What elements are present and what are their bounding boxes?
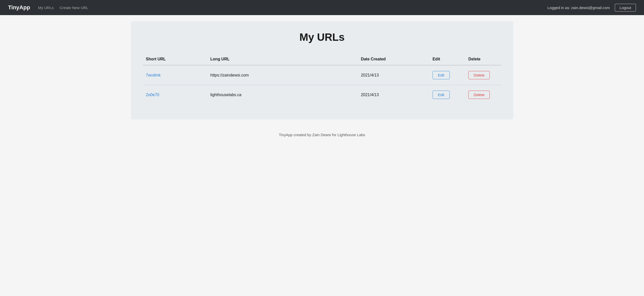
short-url-link[interactable]: 2o0e70 xyxy=(146,93,159,97)
logout-button[interactable]: Logout xyxy=(615,4,636,12)
delete-button[interactable]: Delete xyxy=(468,91,490,99)
footer-text: TinyApp created by Zain Dewsi for Lighth… xyxy=(279,133,365,137)
main-container: My URLs Short URL Long URL Date Created … xyxy=(0,15,644,126)
edit-button[interactable]: Edit xyxy=(433,71,450,79)
nav-link-create-new-url[interactable]: Create New URL xyxy=(60,6,88,10)
page-title: My URLs xyxy=(143,31,501,43)
short-url-link[interactable]: 7wvdmk xyxy=(146,73,161,77)
header-delete: Delete xyxy=(465,53,501,65)
table-head: Short URL Long URL Date Created Edit Del… xyxy=(143,53,501,65)
table-row: 7wvdmkhttps://zaindewsi.com2021/4/13Edit… xyxy=(143,65,501,85)
header-long-url: Long URL xyxy=(207,53,358,65)
table-header-row: Short URL Long URL Date Created Edit Del… xyxy=(143,53,501,65)
header-short-url: Short URL xyxy=(143,53,207,65)
nav-link-my-urls[interactable]: My URLs xyxy=(38,6,54,10)
footer: TinyApp created by Zain Dewsi for Lighth… xyxy=(0,126,644,144)
long-url-cell: https://zaindewsi.com xyxy=(207,65,358,85)
header-date-created: Date Created xyxy=(358,53,430,65)
date-created-cell: 2021/4/13 xyxy=(358,65,430,85)
long-url-cell: lighthouselabs.ca xyxy=(207,85,358,105)
content-card: My URLs Short URL Long URL Date Created … xyxy=(131,21,513,120)
urls-table: Short URL Long URL Date Created Edit Del… xyxy=(143,53,501,104)
nav-links: My URLs Create New URL xyxy=(38,6,548,10)
date-created-cell: 2021/4/13 xyxy=(358,85,430,105)
nav-brand[interactable]: TinyApp xyxy=(8,4,30,11)
navbar: TinyApp My URLs Create New URL Logged in… xyxy=(0,0,644,15)
nav-user-info: Logged in as: zain.dewsi@gmail.com xyxy=(547,6,610,10)
table-row: 2o0e70lighthouselabs.ca2021/4/13EditDele… xyxy=(143,85,501,105)
header-edit: Edit xyxy=(430,53,465,65)
edit-button[interactable]: Edit xyxy=(433,91,450,99)
delete-button[interactable]: Delete xyxy=(468,71,490,79)
table-body: 7wvdmkhttps://zaindewsi.com2021/4/13Edit… xyxy=(143,65,501,104)
nav-right: Logged in as: zain.dewsi@gmail.com Logou… xyxy=(547,4,636,12)
